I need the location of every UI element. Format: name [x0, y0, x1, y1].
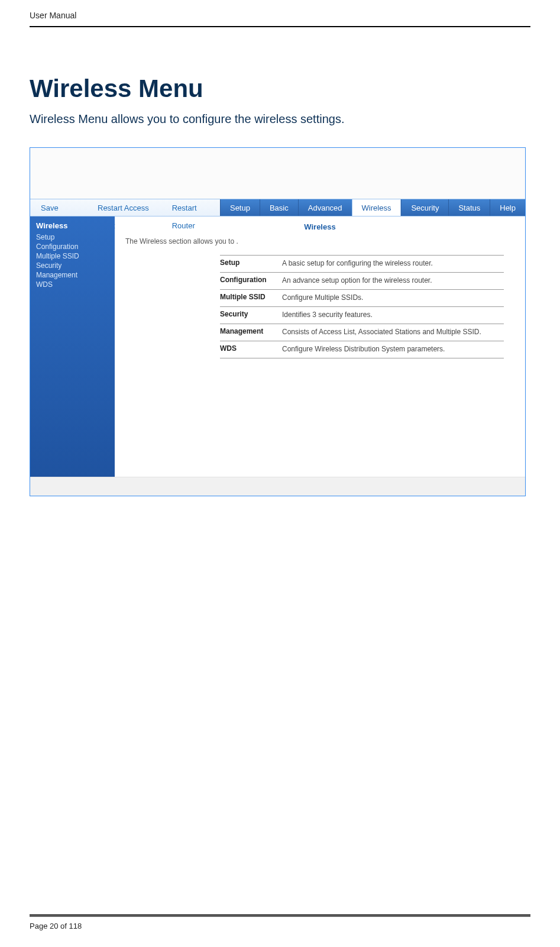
- app-window: Save Settings Restart Access Point Resta…: [30, 147, 526, 496]
- def-term: WDS: [220, 344, 282, 354]
- table-row: Setup A basic setup for configuring the …: [220, 255, 504, 272]
- table-row: Security Identifies 3 security features.: [220, 306, 504, 324]
- def-desc: Configure Wireless Distribution System p…: [282, 344, 504, 354]
- tab-setup[interactable]: Setup: [220, 199, 260, 216]
- def-desc: Configure Multiple SSIDs.: [282, 293, 504, 302]
- save-settings-link[interactable]: Save Settings: [30, 199, 87, 216]
- table-row: Configuration An advance setup option fo…: [220, 272, 504, 289]
- sidebar-title: Wireless: [36, 221, 111, 230]
- page-subtitle: Wireless Menu allows you to configure th…: [30, 112, 530, 126]
- tab-advanced[interactable]: Advanced: [298, 199, 352, 216]
- tab-help[interactable]: Help: [490, 199, 525, 216]
- sidebar-item-configuration[interactable]: Configuration: [36, 242, 111, 251]
- def-desc: Consists of Access List, Associated Stat…: [282, 327, 504, 337]
- sidebar-item-security[interactable]: Security: [36, 261, 111, 270]
- table-row: Multiple SSID Configure Multiple SSIDs.: [220, 289, 504, 306]
- main-tabs: Setup Basic Advanced Wireless Security S…: [220, 199, 525, 216]
- restart-router-link[interactable]: Restart Router: [161, 199, 220, 216]
- footer-rule-thick: [30, 914, 530, 916]
- table-row: Management Consists of Access List, Asso…: [220, 324, 504, 341]
- app-body: Wireless Setup Configuration Multiple SS…: [30, 216, 525, 477]
- page-title: Wireless Menu: [30, 75, 530, 103]
- tab-wireless[interactable]: Wireless: [352, 199, 402, 216]
- sidebar-item-multiple-ssid[interactable]: Multiple SSID: [36, 251, 111, 261]
- def-desc: An advance setup option for the wireless…: [282, 276, 504, 285]
- sidebar-item-wds[interactable]: WDS: [36, 280, 111, 289]
- tab-status[interactable]: Status: [448, 199, 490, 216]
- def-term: Management: [220, 327, 282, 337]
- def-term: Setup: [220, 258, 282, 268]
- app-footer: [30, 477, 525, 496]
- content-area: Wireless The Wireless section allows you…: [115, 216, 525, 477]
- def-desc: Identifies 3 security features.: [282, 310, 504, 319]
- tab-security[interactable]: Security: [401, 199, 448, 216]
- table-row: WDS Configure Wireless Distribution Syst…: [220, 341, 504, 358]
- tab-basic[interactable]: Basic: [260, 199, 298, 216]
- def-term: Configuration: [220, 276, 282, 285]
- sidebar-item-management[interactable]: Management: [36, 270, 111, 280]
- def-desc: A basic setup for configuring the wirele…: [282, 258, 504, 268]
- document-page: User Manual Wireless Menu Wireless Menu …: [0, 0, 560, 947]
- page-number: Page 20 of 118: [30, 922, 530, 930]
- sidebar: Wireless Setup Configuration Multiple SS…: [30, 216, 115, 477]
- page-footer: Page 20 of 118: [30, 914, 530, 930]
- app-banner: [30, 148, 525, 199]
- topbar: Save Settings Restart Access Point Resta…: [30, 199, 525, 216]
- content-intro: The Wireless section allows you to .: [125, 237, 514, 245]
- doc-header: User Manual: [30, 11, 530, 26]
- def-term: Security: [220, 310, 282, 319]
- header-rule: [30, 26, 530, 27]
- def-term: Multiple SSID: [220, 293, 282, 302]
- sidebar-item-setup[interactable]: Setup: [36, 232, 111, 242]
- restart-ap-link[interactable]: Restart Access Point: [87, 199, 161, 216]
- definition-table: Setup A basic setup for configuring the …: [220, 255, 504, 358]
- content-title: Wireless: [125, 222, 514, 231]
- footer-rule-thin: [30, 916, 530, 917]
